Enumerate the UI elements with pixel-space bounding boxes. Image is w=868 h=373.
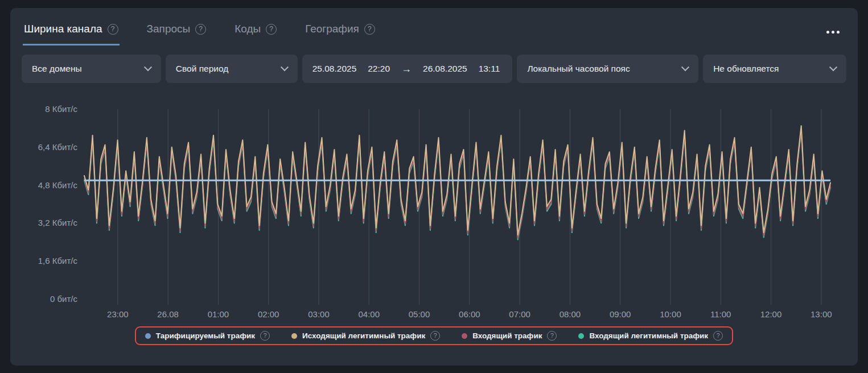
legend-dot-teal xyxy=(578,333,584,339)
timezone-select[interactable]: Локальный часовой пояс xyxy=(517,55,698,83)
help-icon[interactable]: ? xyxy=(195,24,206,35)
bandwidth-chart-svg[interactable]: 23:0026.0801:0002:0003:0004:0005:0006:00… xyxy=(20,92,849,321)
tab-geography-label: География xyxy=(305,23,359,35)
ellipsis-icon xyxy=(832,31,834,34)
period-select[interactable]: Свой период xyxy=(166,55,298,83)
help-icon[interactable]: ? xyxy=(108,24,118,35)
tab-bandwidth[interactable]: Ширина канала ? xyxy=(23,23,120,45)
tab-requests-label: Запросы xyxy=(147,23,191,35)
legend-label: Входящий трафик xyxy=(472,331,542,340)
more-options-button[interactable] xyxy=(824,23,842,42)
legend-item-incoming-legit[interactable]: Входящий легитимный трафик ? xyxy=(578,331,723,341)
chevron-down-icon xyxy=(681,63,689,71)
chevron-down-icon xyxy=(829,63,837,71)
legend-item-incoming[interactable]: Входящий трафик ? xyxy=(462,331,557,341)
svg-text:4,8 Кбит/с: 4,8 Кбит/с xyxy=(38,180,78,190)
date-range-picker[interactable]: 25.08.2025 22:20 → 26.08.2025 13:11 xyxy=(302,55,513,83)
help-icon[interactable]: ? xyxy=(364,24,375,35)
tab-codes-label: Коды xyxy=(235,23,261,35)
help-icon[interactable]: ? xyxy=(713,331,723,341)
svg-text:8 Кбит/с: 8 Кбит/с xyxy=(45,104,77,114)
legend-dot-tan xyxy=(291,333,297,339)
svg-text:09:00: 09:00 xyxy=(610,309,631,319)
ellipsis-icon xyxy=(837,31,840,34)
svg-text:23:00: 23:00 xyxy=(107,309,129,319)
refresh-select-value: Не обновляется xyxy=(713,64,779,74)
svg-text:03:00: 03:00 xyxy=(308,309,330,319)
legend-dot-blue xyxy=(145,333,151,339)
svg-text:07:00: 07:00 xyxy=(509,309,530,319)
legend-label: Исходящий легитимный трафик xyxy=(302,331,425,340)
tab-requests[interactable]: Запросы ? xyxy=(146,23,208,45)
svg-text:06:00: 06:00 xyxy=(459,309,480,319)
bandwidth-panel: Ширина канала ? Запросы ? Коды ? Географ… xyxy=(10,8,858,366)
domain-select[interactable]: Все домены xyxy=(22,55,161,83)
svg-text:6,4 Кбит/с: 6,4 Кбит/с xyxy=(38,142,78,152)
svg-text:1,6 Кбит/с: 1,6 Кбит/с xyxy=(38,256,78,266)
svg-text:3,2 Кбит/с: 3,2 Кбит/с xyxy=(38,218,78,227)
range-to-date[interactable]: 26.08.2025 xyxy=(423,64,467,74)
svg-text:08:00: 08:00 xyxy=(560,309,581,319)
chevron-down-icon xyxy=(144,63,152,71)
help-icon[interactable]: ? xyxy=(547,331,557,341)
legend-item-billable[interactable]: Тарифицируемый трафик ? xyxy=(145,331,270,341)
bandwidth-chart[interactable]: 23:0026.0801:0002:0003:0004:0005:0006:00… xyxy=(10,92,858,321)
help-icon[interactable]: ? xyxy=(266,24,277,35)
legend-label: Тарифицируемый трафик xyxy=(156,331,255,340)
svg-text:10:00: 10:00 xyxy=(660,309,681,319)
filter-bar: Все домены Свой период 25.08.2025 22:20 … xyxy=(22,55,846,83)
legend-dot-red xyxy=(462,333,467,339)
arrow-right-icon: → xyxy=(401,63,412,75)
svg-text:0 бит/с: 0 бит/с xyxy=(50,294,78,304)
legend-highlight-box: Тарифицируемый трафик ? Исходящий легити… xyxy=(135,326,733,345)
svg-text:26.08: 26.08 xyxy=(157,309,179,319)
help-icon[interactable]: ? xyxy=(430,331,440,341)
svg-text:02:00: 02:00 xyxy=(258,309,279,319)
tabs: Ширина канала ? Запросы ? Коды ? Географ… xyxy=(23,23,376,45)
domain-select-value: Все домены xyxy=(32,64,82,74)
tab-codes[interactable]: Коды ? xyxy=(233,23,278,45)
period-select-value: Свой период xyxy=(176,64,228,74)
ellipsis-icon xyxy=(826,31,829,34)
chevron-down-icon xyxy=(281,63,289,71)
tab-bar: Ширина канала ? Запросы ? Коды ? Географ… xyxy=(10,8,858,45)
help-icon[interactable]: ? xyxy=(260,331,270,341)
legend-item-outgoing-legit[interactable]: Исходящий легитимный трафик ? xyxy=(291,331,440,341)
svg-text:13:00: 13:00 xyxy=(811,309,832,319)
legend-label: Входящий легитимный трафик xyxy=(589,331,708,340)
chart-legend: Тарифицируемый трафик ? Исходящий легити… xyxy=(10,326,858,345)
range-to-time[interactable]: 13:11 xyxy=(479,64,500,74)
tab-bandwidth-label: Ширина канала xyxy=(24,23,102,35)
svg-text:12:00: 12:00 xyxy=(760,309,782,319)
refresh-select[interactable]: Не обновляется xyxy=(703,55,846,83)
range-from-time[interactable]: 22:20 xyxy=(368,64,390,74)
range-from-date[interactable]: 25.08.2025 xyxy=(312,64,357,74)
svg-text:04:00: 04:00 xyxy=(358,309,380,319)
svg-text:05:00: 05:00 xyxy=(409,309,430,319)
svg-text:11:00: 11:00 xyxy=(710,309,731,319)
timezone-select-value: Локальный часовой пояс xyxy=(527,64,630,74)
tab-geography[interactable]: География ? xyxy=(304,23,376,45)
svg-text:01:00: 01:00 xyxy=(208,309,229,319)
